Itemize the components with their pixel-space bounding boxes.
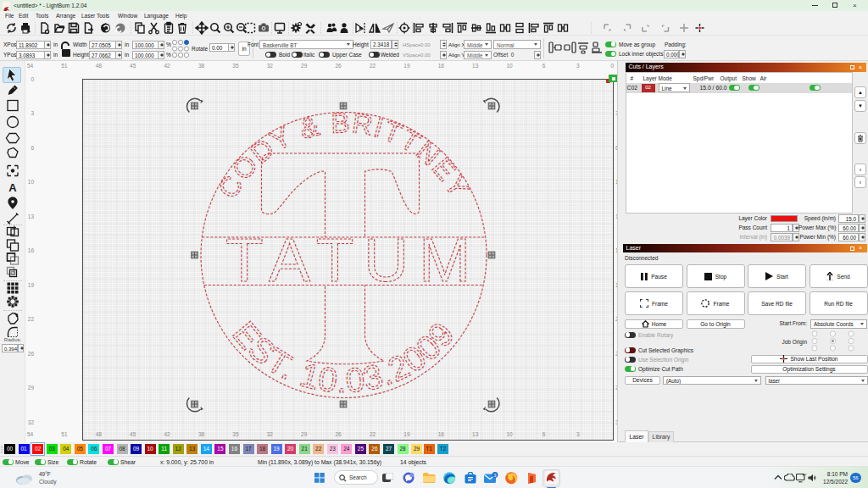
svg-text:EST. 10.03.2009: EST. 10.03.2009 <box>225 314 462 399</box>
svg-text:TATUM: TATUM <box>225 225 470 294</box>
svg-text:A: A <box>8 181 17 194</box>
svg-text:CODY & BRITTNEY: CODY & BRITTNEY <box>212 107 476 203</box>
